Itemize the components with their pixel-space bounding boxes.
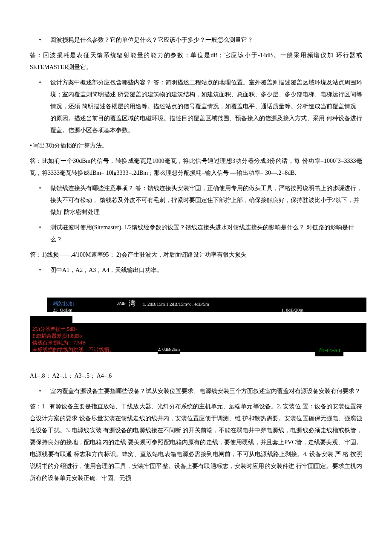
- diagram-green-label: ©1-F1-A4: [315, 344, 343, 356]
- diagram-wan: 湾: [129, 297, 135, 310]
- diagram-red-4: 未标线损的馈线为跳线，不计线损。: [32, 344, 114, 355]
- question-text: 室内覆盖有源设备主要指哪些设备？试从安装位置要求、电源线安装三个方面叙述室内覆盖…: [50, 385, 362, 397]
- answer-7: 答：1 . 有源设备主要是指直放站、干线放大器、光纤分布系统的主机单元、远端单元…: [30, 401, 362, 484]
- answer-3: 答：比如有一个30dBm的信号，转换成毫瓦是1000毫瓦，将此信号通过理想3功分…: [30, 155, 362, 179]
- bullet-icon: •: [30, 385, 50, 397]
- diagram-container: 器站以虹 23. OdBm J?dB 湾 1. 2dB/15m 1.2dB/15…: [30, 298, 362, 361]
- question-3: • 写出3功分插损的计算方法。: [30, 140, 362, 152]
- bullet-icon: •: [30, 182, 50, 218]
- question-text: 图中A1，A2，A3，A4，天线输出口功率。: [50, 264, 362, 276]
- question-text: 做馈线连接头有哪些注意事项？ 答：馈线连接头安装牢固，正确使用专用的做头工具，严…: [50, 182, 362, 218]
- question-7: • 室内覆盖有源设备主要指哪些设备？试从安装位置要求、电源线安装三个方面叙述室内…: [30, 385, 362, 397]
- question-2: • 设计方案中概述部分应包含哪些内容？ 答：简明描述工程站点的地理位置。室外覆盖…: [30, 77, 362, 136]
- question-4: • 做馈线连接头有哪些注意事项？ 答：馈线连接头安装牢固，正确使用专用的做头工具…: [30, 182, 362, 218]
- diagram-top-bar: 器站以虹 23. OdBm J?dB 湾 1. 2dB/15m 1.2dB/15…: [47, 298, 366, 312]
- bullet-icon: •: [30, 222, 50, 246]
- question-text: 回波损耗是什么参数？它的单位是什么？它应该小于多少？一般怎么测量它？: [50, 34, 362, 46]
- diagram-jdb: J?dB: [117, 299, 126, 308]
- question-text: 设计方案中概述部分应包含哪些内容？ 答：简明描述工程站点的地理位置。室外覆盖则描…: [50, 77, 362, 136]
- bullet-icon: •: [30, 34, 50, 46]
- bullet-icon: •: [30, 77, 50, 136]
- answer-1: 答：回波损耗是表征天馈系统辐射能量的能力的参数；单位是dB；它应该小于-14dB…: [30, 49, 362, 73]
- answer-5: 答：1)线损——.4/100M速率95； 2)会产生驻波大，对后面链路设计功率有…: [30, 249, 362, 261]
- diagram-seq: 1. 2dB/15m 1.2dB/15m^o. 4dB/5m: [143, 299, 209, 309]
- question-6: • 图中A1，A2，A3，A4，天线输出口功率。: [30, 264, 362, 276]
- bullet-icon: •: [30, 264, 50, 276]
- result-line: A1=.8； A2=.1； A3=.5； A4=.6: [30, 370, 362, 382]
- diagram-right: 1. 6dB/20m: [281, 305, 303, 315]
- diagram-label-dbm: 23. OdBm: [53, 305, 72, 315]
- question-text: 测试驻波时使用(Sitemaster), 1/2馈线经参数的设置？馈线连接头进水…: [50, 222, 362, 246]
- diagram-mid: 2. 0dB/25m: [158, 344, 180, 354]
- question-1: • 回波损耗是什么参数？它的单位是什么？它应该小于多少？一般怎么测量它？: [30, 34, 362, 46]
- question-5: • 测试驻波时使用(Sitemaster), 1/2馈线经参数的设置？馈线连接头…: [30, 222, 362, 246]
- diagram-connector: [30, 316, 72, 323]
